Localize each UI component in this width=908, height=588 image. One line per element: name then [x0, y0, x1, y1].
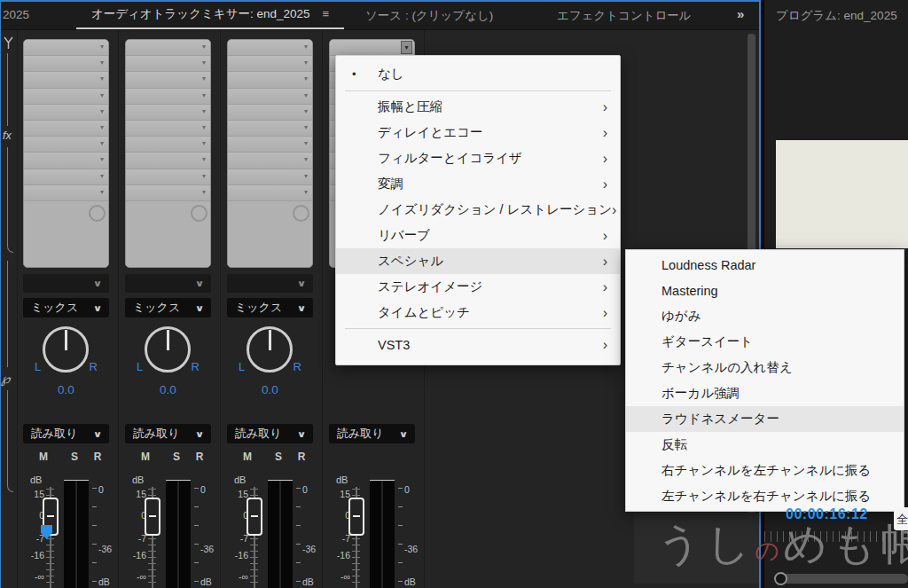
volume-fader-handle[interactable]: [348, 498, 364, 536]
effect-slot[interactable]: ▾: [126, 121, 210, 137]
mute-button[interactable]: M: [239, 451, 256, 463]
menu-item-category[interactable]: リバーブ›: [336, 223, 620, 248]
solo-button[interactable]: S: [168, 451, 185, 463]
pan-value[interactable]: 0.0: [125, 383, 211, 396]
solo-button[interactable]: S: [66, 451, 83, 463]
effect-slot[interactable]: ▾: [228, 56, 312, 72]
send-knob-placeholder[interactable]: [293, 205, 309, 222]
effect-slot[interactable]: ▾: [126, 89, 210, 105]
submenu-item[interactable]: 右チャンネルを左チャンネルに振る: [626, 458, 904, 483]
effect-slot[interactable]: ▾: [228, 185, 312, 201]
effect-slot[interactable]: ▾: [24, 137, 108, 153]
dropdown-caret-icon: ▾: [100, 140, 104, 147]
effect-slot[interactable]: ▾: [24, 105, 108, 121]
record-button[interactable]: R: [89, 451, 106, 463]
effect-slot[interactable]: ▾: [228, 89, 312, 105]
submenu-item[interactable]: ボーカル強調: [626, 380, 904, 406]
pan-knob[interactable]: [145, 326, 191, 372]
submenu-item[interactable]: ギタースイート: [626, 329, 904, 355]
pan-knob[interactable]: [43, 326, 89, 372]
track-input-dropdown[interactable]: ∨: [125, 274, 211, 293]
tab-partial[interactable]: 2025: [3, 8, 29, 21]
automation-mode-dropdown[interactable]: 読み取り∨: [125, 424, 211, 443]
menu-item-category[interactable]: ステレオイメージ›: [336, 274, 620, 300]
tab-program[interactable]: プログラム: end_2025: [776, 8, 897, 24]
effect-slot[interactable]: ▾: [330, 40, 414, 56]
effect-slot[interactable]: ▾: [24, 89, 108, 105]
fit-zoom-dropdown[interactable]: 全: [894, 507, 908, 530]
effect-slot-dropdown-button[interactable]: ▾: [401, 41, 412, 54]
submenu-item[interactable]: 反転: [626, 432, 904, 458]
effect-slot[interactable]: ▾: [126, 72, 210, 88]
effect-slot[interactable]: ▾: [24, 56, 108, 72]
pan-knob[interactable]: [247, 326, 293, 372]
track-input-dropdown[interactable]: ∨: [23, 274, 109, 293]
scrollbar-handle[interactable]: [774, 572, 787, 585]
mute-button[interactable]: M: [35, 451, 52, 463]
effect-slot[interactable]: ▾: [126, 153, 210, 169]
mute-button[interactable]: M: [137, 451, 154, 463]
effect-slot[interactable]: ▾: [228, 169, 312, 185]
submenu-item[interactable]: 左チャンネルを右チャンネルに振る: [626, 483, 904, 509]
submenu-item[interactable]: Mastering: [626, 278, 904, 303]
menu-item-category[interactable]: 振幅と圧縮›: [336, 94, 620, 120]
tab-source[interactable]: ソース : (クリップなし): [365, 8, 493, 24]
effect-slot[interactable]: ▾: [24, 153, 108, 169]
effect-slot[interactable]: ▾: [24, 72, 108, 88]
volume-fader-handle[interactable]: [247, 498, 262, 536]
effect-slot[interactable]: ▾: [126, 185, 210, 201]
panel-menu-icon[interactable]: ≡: [322, 7, 329, 20]
effect-slot[interactable]: ▾: [126, 56, 210, 72]
track-input-dropdown[interactable]: ∨: [227, 274, 313, 293]
pan-value[interactable]: 0.0: [227, 383, 313, 396]
menu-item-vst3[interactable]: VST3 ›: [336, 332, 620, 357]
effect-slot[interactable]: ▾: [228, 137, 312, 153]
tab-overflow-icon[interactable]: »: [737, 6, 744, 21]
menu-item-none[interactable]: • なし: [336, 59, 620, 88]
menu-item-category[interactable]: フィルターとイコライザ›: [336, 145, 620, 171]
tab-effect-controls[interactable]: エフェクトコントロール: [557, 8, 692, 24]
menu-item-category[interactable]: ディレイとエコー›: [336, 120, 620, 145]
send-knob-placeholder[interactable]: [89, 205, 106, 222]
automation-mode-dropdown[interactable]: 読み取り∨: [329, 424, 415, 443]
submenu-item[interactable]: チャンネルの入れ替え: [626, 355, 904, 380]
effect-slot[interactable]: ▾: [24, 185, 108, 201]
effect-slot[interactable]: ▾: [228, 105, 312, 121]
playhead-timecode[interactable]: 00:00:16:12: [786, 506, 868, 522]
automation-mode-dropdown[interactable]: 読み取り∨: [23, 424, 109, 443]
effect-slot[interactable]: ▾: [228, 153, 312, 169]
effect-slot[interactable]: ▾: [228, 121, 312, 137]
menu-item-category[interactable]: 変調›: [336, 171, 620, 197]
effect-slot[interactable]: ▾: [24, 169, 108, 185]
submenu-item[interactable]: ゆがみ: [626, 303, 904, 329]
submenu-item[interactable]: ラウドネスメーター: [626, 406, 904, 432]
effect-slot[interactable]: ▾: [126, 137, 210, 153]
volume-fader-handle[interactable]: [145, 498, 160, 536]
submenu-item-label: Loudness Radar: [661, 258, 755, 272]
effect-slot[interactable]: ▾: [24, 121, 108, 137]
effect-slot[interactable]: ▾: [126, 40, 210, 56]
effect-slot[interactable]: ▾: [24, 40, 108, 56]
record-button[interactable]: R: [191, 451, 208, 463]
submenu-item[interactable]: Loudness Radar: [626, 252, 904, 278]
menu-item-category[interactable]: タイムとピッチ›: [336, 300, 620, 325]
effect-slot[interactable]: ▾: [228, 72, 312, 88]
tab-audio-track-mixer[interactable]: オーディオトラックミキサー: end_2025 ≡: [76, 0, 344, 29]
track-output-dropdown[interactable]: ミックス∨: [125, 298, 211, 318]
effect-slot[interactable]: ▾: [126, 105, 210, 121]
effect-slot[interactable]: ▾: [228, 40, 312, 56]
meter-scale-label: -36: [404, 544, 418, 554]
automation-mode-dropdown[interactable]: 読み取り∨: [227, 424, 313, 443]
track-output-dropdown[interactable]: ミックス∨: [227, 298, 313, 318]
dropdown-caret-icon: ▾: [100, 124, 104, 131]
record-button[interactable]: R: [293, 451, 310, 463]
automation-mode-label: 読み取り: [133, 426, 180, 442]
menu-item-category[interactable]: ノイズリダクション / レストレーション›: [336, 197, 620, 223]
track-output-dropdown[interactable]: ミックス∨: [23, 298, 109, 318]
monitor-zoom-scrollbar[interactable]: [776, 574, 908, 584]
effect-slot[interactable]: ▾: [126, 169, 210, 185]
solo-button[interactable]: S: [270, 451, 287, 463]
pan-value[interactable]: 0.0: [23, 383, 109, 396]
send-knob-placeholder[interactable]: [191, 205, 207, 222]
menu-item-category[interactable]: スペシャル›: [336, 248, 620, 274]
